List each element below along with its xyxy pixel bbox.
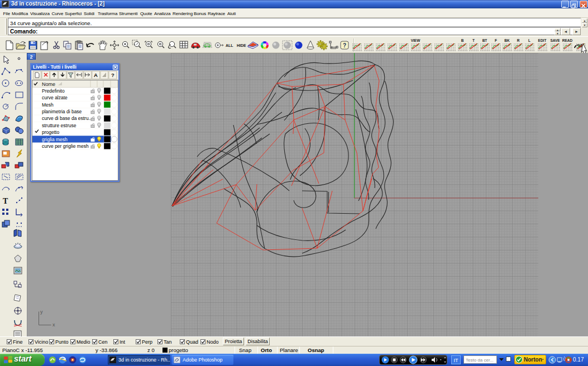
- svg-text:B: B: [461, 38, 464, 42]
- svg-text:T: T: [472, 38, 475, 42]
- svg-text:Predefinito: Predefinito: [42, 88, 65, 94]
- svg-text:planimetria di base: planimetria di base: [42, 109, 82, 114]
- svg-text:curve per griglie mesh: curve per griglie mesh: [42, 143, 89, 149]
- svg-text:EDIT: EDIT: [538, 38, 547, 42]
- svg-text:Nome: Nome: [42, 81, 55, 87]
- svg-text:BK: BK: [504, 38, 510, 42]
- svg-text:griglia mesh: griglia mesh: [42, 137, 68, 142]
- svg-text:BT: BT: [482, 38, 487, 42]
- svg-text:curve di base da estru...: curve di base da estru...: [42, 115, 93, 121]
- svg-text:progetto: progetto: [42, 129, 59, 135]
- svg-text:x: x: [52, 322, 55, 328]
- svg-text:READ: READ: [562, 38, 573, 42]
- svg-text:ALL: ALL: [226, 44, 233, 47]
- svg-text:L: L: [528, 38, 530, 42]
- svg-text:T: T: [3, 197, 8, 205]
- svg-text:HIDE: HIDE: [237, 44, 246, 47]
- svg-text:y: y: [40, 309, 43, 315]
- svg-text:SAVE: SAVE: [550, 38, 560, 42]
- svg-text:F: F: [495, 38, 497, 42]
- svg-text:R: R: [517, 38, 520, 42]
- svg-text:Mesh: Mesh: [42, 102, 54, 108]
- svg-text:strutture estruse: strutture estruse: [42, 123, 77, 128]
- svg-text:VIEW: VIEW: [411, 38, 420, 42]
- svg-text:A: A: [94, 72, 98, 78]
- svg-text:?: ?: [343, 42, 346, 49]
- svg-text:?: ?: [111, 72, 114, 78]
- svg-text:curve alzate: curve alzate: [42, 95, 68, 100]
